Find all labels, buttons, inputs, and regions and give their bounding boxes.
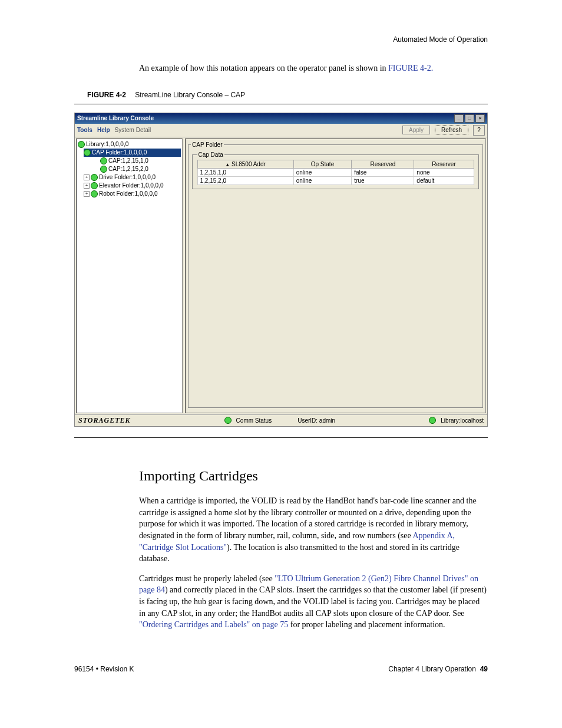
tree-drive-folder-label: Drive Folder:1,0,0,0,0 <box>99 173 156 182</box>
tree-cap-1-label: CAP:1,2,15,1,0 <box>108 157 148 165</box>
help-icon[interactable]: ? <box>473 125 485 136</box>
cap-data-fieldset: Cap Data ▲ SL8500 Addr Op State Reserved… <box>192 151 479 190</box>
footer-left: 96154 • Revision K <box>74 665 134 673</box>
tree-cap-folder-label: CAP Folder:1,0,0,0,0 <box>92 149 147 157</box>
tree-elevator-folder[interactable]: +Elevator Folder:1,0,0,0,0 <box>84 182 181 190</box>
expand-icon[interactable]: + <box>84 191 90 197</box>
cell-reserved: true <box>352 177 414 185</box>
tree-drive-folder[interactable]: +Drive Folder:1,0,0,0,0 <box>84 173 181 182</box>
running-header: Automated Mode of Operation <box>393 35 488 44</box>
section-heading: Importing Cartridges <box>139 466 488 486</box>
tree-cap-1[interactable]: CAP:1,2,15,1,0 <box>100 157 181 165</box>
minimize-icon[interactable]: _ <box>454 114 464 123</box>
menu-help[interactable]: Help <box>97 127 110 133</box>
cap-folder-legend: CAP Folder <box>191 141 224 148</box>
figure-end-rule <box>74 437 488 438</box>
refresh-button[interactable]: Refresh <box>435 126 468 134</box>
cell-reserved: false <box>352 169 414 177</box>
titlebar: Streamline Library Console _ □ × <box>75 113 487 124</box>
expand-icon[interactable]: + <box>84 183 90 189</box>
cap-folder-fieldset: CAP Folder Cap Data ▲ SL8500 Addr Op Sta… <box>188 141 483 408</box>
table-header-row: ▲ SL8500 Addr Op State Reserved Reserver <box>197 160 474 169</box>
detail-pane: CAP Folder Cap Data ▲ SL8500 Addr Op Sta… <box>185 139 486 413</box>
cell-reserver: default <box>414 177 474 185</box>
menubar: Tools Help System Detail Apply Refresh ? <box>75 124 487 137</box>
close-icon[interactable]: × <box>475 114 485 123</box>
col-addr[interactable]: ▲ SL8500 Addr <box>197 160 293 169</box>
tree-robot-folder-label: Robot Folder:1,0,0,0,0 <box>99 190 158 198</box>
tree-cap-2-label: CAP:1,2,15,2,0 <box>108 165 148 173</box>
col-reserved[interactable]: Reserved <box>352 160 414 169</box>
status-ok-icon <box>100 157 107 164</box>
status-ok-icon <box>224 417 232 424</box>
brand-logo: STORAGETEK <box>78 416 130 425</box>
tree-cap-2[interactable]: CAP:1,2,15,2,0 <box>100 165 181 173</box>
tree-robot-folder[interactable]: +Robot Folder:1,0,0,0,0 <box>84 190 181 198</box>
cell-addr: 1,2,15,1,0 <box>197 169 293 177</box>
status-ok-icon <box>100 166 107 173</box>
intro-paragraph: An example of how this notation appears … <box>139 62 488 74</box>
col-reserver[interactable]: Reserver <box>414 160 474 169</box>
menu-tools[interactable]: Tools <box>77 127 92 133</box>
tree-elevator-folder-label: Elevator Folder:1,0,0,0,0 <box>99 182 164 190</box>
section-paragraph-2: Cartridges must be properly labeled (see… <box>139 573 488 631</box>
status-ok-icon <box>429 417 436 424</box>
p2-text-2: ) and correctly placed in the CAP slots.… <box>139 585 487 617</box>
section-paragraph-1: When a cartridge is imported, the VOLID … <box>139 495 488 565</box>
app-window: Streamline Library Console _ □ × Tools H… <box>74 113 488 427</box>
cell-opstate: online <box>293 169 352 177</box>
cell-reserver: none <box>414 169 474 177</box>
userid-label: UserID: admin <box>297 417 335 424</box>
tree-cap-folder[interactable]: CAP Folder:1,0,0,0,0 <box>84 149 181 157</box>
cap-data-legend: Cap Data <box>197 151 224 158</box>
status-ok-icon <box>91 190 98 197</box>
table-row[interactable]: 1,2,15,1,0 online false none <box>197 169 474 177</box>
comm-status-label: Comm Status <box>236 417 272 424</box>
cap-data-table: ▲ SL8500 Addr Op State Reserved Reserver… <box>197 160 474 185</box>
figure-rule <box>74 104 488 104</box>
col-opstate[interactable]: Op State <box>293 160 352 169</box>
page-footer: 96154 • Revision K Chapter 4 Library Ope… <box>74 665 488 673</box>
figure-number: FIGURE 4-2 <box>87 91 126 99</box>
footer-right: Chapter 4 Library Operation 49 <box>388 665 488 673</box>
footer-chapter: Chapter 4 Library Operation <box>388 665 476 673</box>
status-ok-icon <box>91 182 98 189</box>
library-host-label: Library:localhost <box>441 417 484 424</box>
p2-text-3: for proper labeling and placement inform… <box>288 620 445 629</box>
cell-opstate: online <box>293 177 352 185</box>
p2-text-1: Cartridges must be properly labeled (see <box>139 574 275 583</box>
intro-text: An example of how this notation appears … <box>139 64 388 73</box>
figure-ref-link[interactable]: FIGURE 4-2. <box>388 64 433 73</box>
tree-pane[interactable]: Library:1,0,0,0,0 CAP Folder:1,0,0,0,0 C… <box>76 139 183 413</box>
col-addr-label: SL8500 Addr <box>232 161 266 167</box>
apply-button[interactable]: Apply <box>402 126 430 134</box>
cell-addr: 1,2,15,2,0 <box>197 177 293 185</box>
ordering-link[interactable]: "Ordering Cartridges and Labels" on page… <box>139 620 288 629</box>
maximize-icon[interactable]: □ <box>465 114 474 123</box>
table-row[interactable]: 1,2,15,2,0 online true default <box>197 177 474 185</box>
figure-caption-row: FIGURE 4-2 StreamLine Library Console – … <box>87 91 488 99</box>
figure-caption: StreamLine Library Console – CAP <box>135 91 245 99</box>
window-title: Streamline Library Console <box>77 115 453 121</box>
expand-icon[interactable]: + <box>84 174 90 180</box>
status-ok-icon <box>78 141 85 148</box>
page-number: 49 <box>480 665 488 673</box>
tree-root[interactable]: Library:1,0,0,0,0 <box>78 140 181 149</box>
statusbar: STORAGETEK Comm Status UserID: admin Lib… <box>75 414 487 426</box>
menu-system-detail[interactable]: System Detail <box>115 127 151 133</box>
status-ok-icon <box>84 149 91 156</box>
status-ok-icon <box>91 174 98 181</box>
tree-root-label: Library:1,0,0,0,0 <box>86 140 128 149</box>
